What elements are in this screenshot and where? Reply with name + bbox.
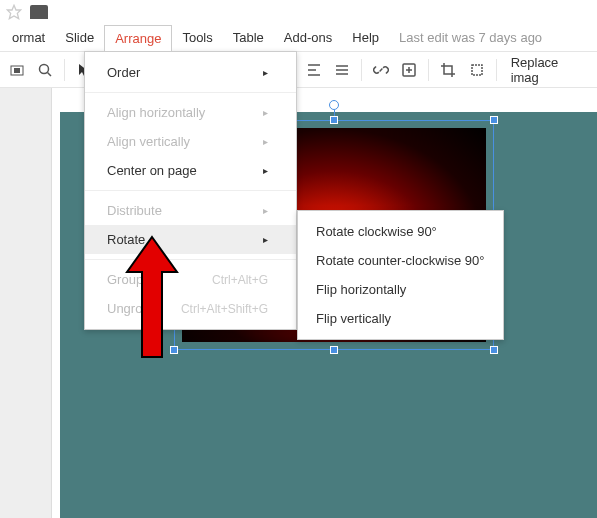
menu-slide[interactable]: Slide <box>55 25 104 50</box>
comment-icon[interactable] <box>396 57 422 83</box>
chevron-right-icon: ▸ <box>263 107 268 118</box>
zoom-icon[interactable] <box>32 57 58 83</box>
chevron-right-icon: ▸ <box>263 165 268 176</box>
menu-tools[interactable]: Tools <box>172 25 222 50</box>
arrange-dropdown: Order▸ Align horizontally▸ Align vertica… <box>84 51 297 330</box>
spacing-icon[interactable] <box>329 57 355 83</box>
menu-flip-vertical[interactable]: Flip vertically <box>298 304 503 333</box>
replace-image-button[interactable]: Replace imag <box>503 55 593 85</box>
menu-align-horizontal: Align horizontally▸ <box>85 98 296 127</box>
label: Distribute <box>107 203 162 218</box>
separator <box>85 92 296 93</box>
chevron-right-icon: ▸ <box>263 136 268 147</box>
chevron-right-icon: ▸ <box>263 205 268 216</box>
crop-icon[interactable] <box>435 57 461 83</box>
label: Group <box>107 272 143 287</box>
menu-center-on-page[interactable]: Center on page▸ <box>85 156 296 185</box>
label: Center on page <box>107 163 197 178</box>
menu-flip-horizontal[interactable]: Flip horizontally <box>298 275 503 304</box>
separator <box>361 59 362 81</box>
label: Align vertically <box>107 134 190 149</box>
resize-handle-n[interactable] <box>330 116 338 124</box>
link-icon[interactable] <box>368 57 394 83</box>
label: Ungroup <box>107 301 157 316</box>
menu-bar: ormat Slide Arrange Tools Table Add-ons … <box>0 24 597 52</box>
menu-group: GroupCtrl+Alt+G <box>85 265 296 294</box>
chevron-right-icon: ▸ <box>263 67 268 78</box>
menu-table[interactable]: Table <box>223 25 274 50</box>
menu-format[interactable]: ormat <box>2 25 55 50</box>
menu-rotate[interactable]: Rotate▸ <box>85 225 296 254</box>
title-bar <box>0 0 597 24</box>
svg-rect-2 <box>14 68 20 73</box>
menu-distribute: Distribute▸ <box>85 196 296 225</box>
separator <box>85 259 296 260</box>
chevron-right-icon: ▸ <box>263 234 268 245</box>
svg-rect-14 <box>472 65 482 75</box>
menu-help[interactable]: Help <box>342 25 389 50</box>
fit-icon[interactable] <box>4 57 30 83</box>
slide-panel[interactable] <box>0 88 52 518</box>
label: Rotate <box>107 232 145 247</box>
menu-addons[interactable]: Add-ons <box>274 25 342 50</box>
menu-ungroup: UngroupCtrl+Alt+Shift+G <box>85 294 296 323</box>
svg-line-4 <box>48 72 52 76</box>
rotate-submenu: Rotate clockwise 90° Rotate counter-cloc… <box>297 210 504 340</box>
menu-rotate-cw[interactable]: Rotate clockwise 90° <box>298 217 503 246</box>
folder-icon[interactable] <box>30 5 48 19</box>
label: Order <box>107 65 140 80</box>
mask-icon[interactable] <box>464 57 490 83</box>
separator <box>428 59 429 81</box>
edit-status: Last edit was 7 days ago <box>389 25 552 50</box>
svg-marker-0 <box>7 5 20 18</box>
shortcut: Ctrl+Alt+Shift+G <box>181 302 268 316</box>
resize-handle-s[interactable] <box>330 346 338 354</box>
resize-handle-ne[interactable] <box>490 116 498 124</box>
separator <box>85 190 296 191</box>
rotate-handle[interactable] <box>329 100 339 110</box>
resize-handle-sw[interactable] <box>170 346 178 354</box>
resize-handle-se[interactable] <box>490 346 498 354</box>
label: Align horizontally <box>107 105 205 120</box>
svg-point-3 <box>40 64 49 73</box>
menu-arrange[interactable]: Arrange <box>104 25 172 51</box>
separator <box>64 59 65 81</box>
separator <box>496 59 497 81</box>
shortcut: Ctrl+Alt+G <box>212 273 268 287</box>
menu-order[interactable]: Order▸ <box>85 58 296 87</box>
menu-align-vertical: Align vertically▸ <box>85 127 296 156</box>
star-icon[interactable] <box>6 4 22 20</box>
align-icon[interactable] <box>301 57 327 83</box>
menu-rotate-ccw[interactable]: Rotate counter-clockwise 90° <box>298 246 503 275</box>
